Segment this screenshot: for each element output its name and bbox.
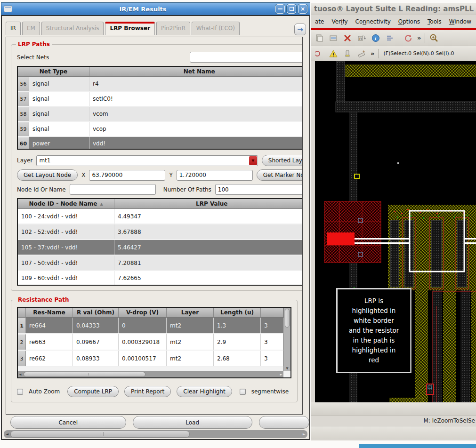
select-nets-input[interactable] bbox=[190, 52, 303, 63]
vdrop-cell: 0.000329018 bbox=[119, 334, 167, 350]
clear-highlight-button[interactable]: Clear Highlight bbox=[177, 386, 232, 397]
partial-button[interactable] bbox=[259, 416, 309, 429]
net-name-header[interactable]: Net Name bbox=[89, 67, 303, 76]
number-of-paths-input[interactable] bbox=[215, 184, 303, 195]
zoom-in-icon[interactable] bbox=[429, 33, 439, 43]
layer-combobox[interactable]: mt1 ▼ bbox=[36, 155, 258, 166]
lrp-row-107[interactable]: 107 - 50:vdd! - vdd! 7.20881 bbox=[18, 256, 303, 271]
partial-tool-icon[interactable] bbox=[314, 48, 324, 59]
minimize-button[interactable] bbox=[275, 4, 285, 14]
tab-em[interactable]: EM bbox=[22, 22, 40, 35]
res-name-header[interactable]: Res-Name bbox=[26, 308, 73, 317]
res-row-1-selected[interactable]: 1 re664 0.04333 0 mt2 1.3 3 bbox=[18, 318, 283, 334]
node-name-cell: 109 - 60:vdd! - vdd! bbox=[18, 271, 114, 285]
layout-canvas[interactable]: LRP is highlighted in white border and t… bbox=[315, 61, 476, 402]
tab-lrp-browser[interactable]: LRP Browser bbox=[105, 22, 154, 35]
tab-pin2pinr[interactable]: Pin2PinR bbox=[156, 22, 190, 35]
get-layout-node-button[interactable]: Get Layout Node bbox=[17, 169, 78, 181]
mouse-binding-status: M: leZoomToSelSe bbox=[424, 417, 476, 424]
menu-tools[interactable]: Tools bbox=[428, 18, 442, 25]
nets-row-60-selected[interactable]: 60 power vdd! bbox=[18, 137, 303, 150]
maximize-button[interactable] bbox=[287, 4, 296, 14]
hierarchy-icon[interactable] bbox=[385, 33, 395, 43]
rval-header[interactable]: R val (Ohm) bbox=[73, 308, 119, 317]
scroll-right-icon[interactable]: ► bbox=[303, 432, 306, 436]
shorted-layers-button[interactable]: Shorted Layers bbox=[262, 155, 303, 166]
res-row-2[interactable]: 2 re663 0.09667 0.000329018 mt2 2.9 3 bbox=[18, 334, 283, 351]
taskbar-strip[interactable] bbox=[359, 444, 476, 448]
scroll-left-icon[interactable]: ◄ bbox=[6, 432, 8, 436]
menu-window[interactable]: Window bbox=[449, 18, 471, 25]
net-type-cell: signal bbox=[29, 107, 89, 121]
y-coordinate-input[interactable] bbox=[177, 170, 253, 181]
close-button[interactable]: × bbox=[298, 4, 307, 14]
resistance-table-hscrollbar[interactable]: ◄ ► bbox=[18, 371, 283, 377]
lrp-row-109[interactable]: 109 - 60:vdd! - vdd! 7.62665 bbox=[18, 271, 303, 286]
print-report-button[interactable]: Print Report bbox=[124, 386, 171, 397]
lrp-annotation-note: LRP is highlighted in white border and t… bbox=[336, 288, 411, 373]
tab-what-if-eco[interactable]: What-If (ECO) bbox=[192, 22, 240, 35]
redo-icon[interactable]: R bbox=[356, 33, 367, 43]
scroll-left-icon[interactable]: ◄ bbox=[19, 373, 21, 376]
lrp-row-100[interactable]: 100 - 24:vdd! - vdd! 4.49347 bbox=[18, 209, 303, 224]
res-row-3[interactable]: 3 re662 0.08933 0.00100517 mt2 2.68 3 bbox=[18, 351, 283, 367]
cancel-button[interactable]: Cancel bbox=[10, 416, 126, 429]
rval-cell: 0.04333 bbox=[73, 318, 119, 333]
lrp-value-header[interactable]: LRP Value bbox=[114, 199, 303, 208]
info-icon[interactable]: i bbox=[371, 33, 381, 43]
scroll-down-icon[interactable]: ▼ bbox=[284, 367, 290, 370]
load-button[interactable]: Load bbox=[133, 416, 252, 429]
res-name-cell: re664 bbox=[26, 318, 73, 333]
x-coordinate-input[interactable] bbox=[89, 170, 165, 181]
display-options-icon[interactable] bbox=[328, 33, 339, 43]
irem-results-window: IR/EM Results × IR EM Structural Analysi… bbox=[1, 2, 310, 440]
virtuoso-toolbar-1: R i » bbox=[311, 30, 476, 46]
extra-cell: 3 bbox=[261, 334, 283, 350]
layer-header[interactable]: Layer bbox=[167, 308, 214, 317]
measure-tool-icon[interactable] bbox=[356, 48, 367, 59]
vdrop-header[interactable]: V-drop (V) bbox=[119, 308, 167, 317]
dialog-titlebar[interactable]: IR/EM Results × bbox=[1, 2, 310, 15]
scroll-right-icon[interactable]: ► bbox=[280, 373, 282, 376]
nets-row-59[interactable]: 59 signal vcop bbox=[18, 122, 303, 137]
more-tools-chevron[interactable]: » bbox=[371, 50, 374, 57]
get-marker-node-button[interactable]: Get Marker Node bbox=[257, 169, 303, 181]
nets-row-58[interactable]: 58 signal vcom bbox=[18, 107, 303, 122]
lrp-row-105-selected[interactable]: 105 - 37:vdd! - vdd! 5.46427 bbox=[18, 240, 303, 256]
tab-scroll-next-button[interactable]: → bbox=[294, 24, 306, 35]
svg-text:R: R bbox=[359, 37, 362, 41]
node-id-input[interactable] bbox=[70, 184, 156, 195]
marker-tool-icon[interactable] bbox=[342, 48, 353, 59]
resistance-table-vscrollbar[interactable]: ▼ bbox=[283, 308, 290, 371]
scroll-thumb[interactable] bbox=[10, 431, 190, 438]
menu-options[interactable]: Options bbox=[398, 18, 420, 25]
warning-icon[interactable] bbox=[328, 48, 339, 59]
virtuoso-titlebar[interactable]: tuoso® Layout Suite L Reading: amsPLL bbox=[311, 3, 476, 15]
menu-connectivity[interactable]: Connectivity bbox=[355, 18, 391, 25]
menu-create-partial[interactable]: ate bbox=[315, 18, 324, 25]
dialog-hscrollbar[interactable]: ◄ ► bbox=[4, 430, 307, 438]
scroll-thumb[interactable] bbox=[24, 372, 145, 377]
lrp-row-102[interactable]: 102 - 52:vdd! - vdd! 3.67888 bbox=[18, 224, 303, 240]
layer-dropdown-button[interactable]: ▼ bbox=[249, 156, 257, 165]
delete-icon[interactable] bbox=[342, 33, 353, 43]
node-name-cell: 105 - 37:vdd! - vdd! bbox=[18, 240, 114, 255]
paste-icon[interactable] bbox=[314, 33, 324, 43]
lrp-value-cell: 4.49347 bbox=[114, 209, 303, 224]
vdrop-cell: 0.00100517 bbox=[119, 351, 167, 366]
compute-lrp-button[interactable]: Compute LRP bbox=[67, 386, 119, 397]
scroll-thumb[interactable] bbox=[285, 309, 290, 328]
length-header[interactable]: Length (u) bbox=[214, 308, 261, 317]
more-tools-chevron[interactable]: » bbox=[417, 34, 421, 41]
segmentwise-checkbox[interactable] bbox=[240, 389, 246, 395]
tab-structural-analysis[interactable]: Structural Analysis bbox=[41, 22, 104, 35]
nets-row-56[interactable]: 56 signal r4 bbox=[18, 77, 303, 92]
refresh-icon[interactable] bbox=[403, 33, 413, 43]
tab-ir[interactable]: IR bbox=[6, 22, 21, 35]
selection-status: (F)Select:0 Sel(N):0 Sel(I):0 bbox=[383, 50, 454, 56]
net-type-header[interactable]: Net Type bbox=[18, 67, 89, 76]
menu-verify[interactable]: Verify bbox=[331, 18, 347, 25]
auto-zoom-checkbox[interactable] bbox=[17, 389, 23, 395]
nets-row-57[interactable]: 57 signal setIC0! bbox=[18, 92, 303, 107]
node-id-name-header[interactable]: Node ID - Node Name ▲ bbox=[18, 199, 114, 208]
